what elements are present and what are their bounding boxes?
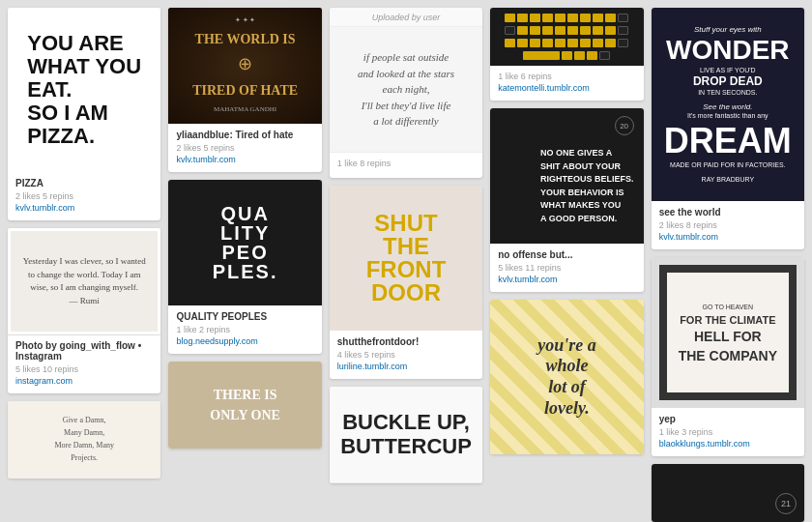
key	[555, 26, 566, 35]
card-heaven-source[interactable]: blaokklungs.tumblr.com	[659, 439, 797, 449]
key	[567, 26, 578, 35]
card-wonder-source[interactable]: kvlv.tumblr.com	[659, 232, 797, 242]
column-4: 1 like 6 repins katemontelli.tumblr.com …	[490, 8, 643, 522]
card-21-image: 21	[652, 464, 804, 522]
card-stars-stats: 1 like 8 repins	[337, 159, 475, 168]
key	[555, 39, 566, 47]
card-wonder-image: Stuff your eyes with WONDER LIVE AS IF Y…	[652, 8, 804, 201]
card-quality-source[interactable]: blog.needsupply.com	[176, 336, 313, 346]
stars-quote-text: if people sat outside and looked at the …	[358, 49, 454, 130]
column-2: ✦ ✦ ✦ THE WORLD IS ⊕ TIRED OF HATE MAHAT…	[168, 8, 321, 522]
card-keyboard-image	[490, 8, 643, 66]
card-shut-stats: 4 likes 5 repins	[337, 350, 475, 360]
rumi-quote-text: Yesterday I was clever, so I wanted to c…	[22, 255, 146, 307]
card-world-tired-source[interactable]: kvlv.tumblr.com	[176, 155, 313, 164]
card-lovely-image: you're a whole lot of lovely.	[490, 300, 643, 454]
card-stars-uploaded: Uploaded by user	[330, 8, 482, 27]
card-lovely: you're a whole lot of lovely.	[490, 300, 643, 454]
wonder-word3: DREAM	[664, 120, 792, 161]
key	[517, 14, 528, 22]
card-noone-meta: no offense but... 5 likes 11 repins kvlv…	[490, 244, 643, 292]
masonry-grid: YOU ARE WHAT YOU EAT. SO I AM PIZZA. PIZ…	[0, 0, 812, 522]
key	[505, 39, 515, 47]
key	[530, 26, 540, 35]
card-quality: QUA LITY PEO PLES. QUALITY PEOPLES 1 lik…	[168, 180, 321, 354]
wonder-line4: See the world.	[664, 102, 792, 112]
card-wonder: Stuff your eyes with WONDER LIVE AS IF Y…	[652, 8, 804, 249]
key	[605, 39, 616, 47]
card-stars-image: if people sat outside and looked at the …	[330, 27, 482, 153]
lovely-quote-text: you're a whole lot of lovely.	[537, 335, 596, 419]
uploaded-label: Uploaded by user	[372, 13, 441, 22]
card-heaven-image: GO TO HEAVEN FOR THE CLIMATE HELL FOR TH…	[659, 265, 797, 400]
pizza-quote-text: YOU ARE WHAT YOU EAT. SO I AM PIZZA.	[27, 32, 141, 149]
card-noone: 20 NO ONE GIVES A SHIT ABOUT YOUR RIGHTE…	[490, 108, 643, 292]
buckle-quote-text: BUCKLE UP, BUTTERCUP	[340, 411, 472, 457]
card-keyboard-stats: 1 like 6 repins	[498, 72, 635, 81]
wonder-word2: DROP DEAD	[664, 74, 792, 88]
card-rumi-title: Photo by going_with_flow • Instagram	[15, 340, 153, 362]
noone-quote-text: NO ONE GIVES A SHIT ABOUT YOUR RIGHTEOUS…	[540, 147, 634, 225]
card-world-tired-meta: yliaandblue: Tired of hate 2 likes 5 rep…	[168, 124, 321, 172]
key	[593, 39, 603, 47]
wonder-line5: It's more fantastic than any	[664, 112, 792, 120]
card-pizza: YOU ARE WHAT YOU EAT. SO I AM PIZZA. PIZ…	[8, 8, 160, 220]
key	[530, 39, 540, 47]
noone-num: 20	[615, 116, 634, 135]
key	[555, 14, 566, 22]
key	[593, 14, 603, 22]
card-keyboard-meta: 1 like 6 repins katemontelli.tumblr.com	[490, 66, 643, 101]
key	[618, 14, 628, 22]
giveadamn-text: Give a Damn, Many Damn, More Damn, Many …	[54, 415, 114, 464]
key	[530, 14, 540, 22]
card-heaven-title: yep	[659, 414, 797, 424]
card-quality-image: QUA LITY PEO PLES.	[168, 180, 321, 305]
card-buckle-image: BUCKLE UP, BUTTERCUP	[330, 387, 482, 483]
card-stars-meta: 1 like 8 repins	[330, 153, 482, 178]
card-heaven-meta: yep 1 like 3 repins blaokklungs.tumblr.c…	[652, 408, 804, 456]
card-there-is-image: THERE IS ONLY ONE	[168, 362, 321, 449]
card-giveadamn-image: Give a Damn, Many Damn, More Damn, Many …	[8, 401, 160, 478]
quality-text: QUA LITY PEO PLES.	[213, 204, 278, 281]
key	[517, 39, 528, 47]
card-rumi-source[interactable]: instagram.com	[15, 376, 153, 386]
column-3: Uploaded by user if people sat outside a…	[330, 8, 482, 522]
card-pizza-source[interactable]: kvlv.tumblr.com	[15, 203, 153, 213]
key	[567, 14, 578, 22]
there-is-text: THERE IS ONLY ONE	[210, 385, 279, 425]
card-noone-title: no offense but...	[498, 249, 635, 260]
card-giveadamn: Give a Damn, Many Damn, More Damn, Many …	[8, 401, 160, 478]
card-noone-image: 20 NO ONE GIVES A SHIT ABOUT YOUR RIGHTE…	[490, 108, 643, 244]
card-wonder-meta: see the world 2 likes 8 repins kvlv.tumb…	[652, 201, 804, 249]
column-5: Stuff your eyes with WONDER LIVE AS IF Y…	[652, 8, 804, 522]
card-pizza-stats: 2 likes 5 repins	[15, 191, 153, 201]
wonder-line7: RAY BRADBURY	[664, 176, 792, 184]
card-shut-source[interactable]: luriline.tumblr.com	[337, 362, 475, 371]
key	[542, 14, 553, 22]
key	[517, 26, 528, 35]
card-rumi-image: Yesterday I was clever, so I wanted to c…	[8, 228, 160, 334]
card-pizza-meta: PIZZA 2 likes 5 repins kvlv.tumblr.com	[8, 172, 160, 220]
card-pizza-title: PIZZA	[15, 178, 153, 188]
key	[567, 39, 578, 47]
key	[605, 26, 616, 35]
card-noone-stats: 5 likes 11 repins	[498, 263, 635, 273]
world-tired-line1: THE WORLD IS	[192, 30, 298, 49]
card-quality-stats: 1 like 2 repins	[176, 325, 313, 334]
card-21: 21	[652, 464, 804, 522]
key	[593, 26, 603, 35]
key	[542, 39, 553, 47]
key	[599, 51, 610, 60]
key	[580, 26, 591, 35]
key	[574, 51, 585, 60]
card-rumi-meta: Photo by going_with_flow • Instagram 5 l…	[8, 334, 160, 393]
key	[562, 51, 572, 60]
key	[505, 26, 515, 35]
card-there-is: THERE IS ONLY ONE	[168, 362, 321, 449]
wonder-word1: WONDER	[664, 34, 792, 67]
wonder-line6: MADE OR PAID FOR IN FACTORIES.	[664, 161, 792, 169]
card-keyboard-source[interactable]: katemontelli.tumblr.com	[498, 83, 635, 93]
key	[580, 14, 591, 22]
card-noone-source[interactable]: kvlv.tumblr.com	[498, 275, 635, 284]
card-heaven: GO TO HEAVEN FOR THE CLIMATE HELL FOR TH…	[652, 257, 804, 456]
